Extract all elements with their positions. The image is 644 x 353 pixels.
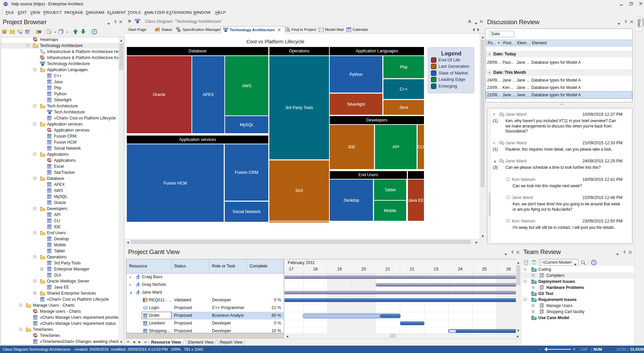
thread-post-header[interactable]: Jane Ward21/09/2015 12:33 PM [493,140,629,146]
tree-item-api[interactable]: API [1,212,118,218]
menu-element[interactable]: ELEMENT [107,8,126,17]
menu-help[interactable]: HELP [215,8,226,17]
group-collapse-icon[interactable] [488,71,490,73]
gantt-pin-icon[interactable] [511,250,515,254]
gantt-close-icon[interactable] [516,251,520,254]
treemap-block-php[interactable]: Php [383,56,424,78]
tab-scroll-right-icon[interactable] [477,28,480,32]
expand-expander[interactable]: + [532,286,535,289]
tree-item-java[interactable]: Java [1,79,118,85]
move-up-icon[interactable] [73,29,78,34]
tree-item-mobile[interactable]: Mobile [1,242,118,248]
discussion-row[interactable]: 22/09...Jane ...Jane ...Database types f… [486,92,632,98]
team-review-item-hardware-problems[interactable]: +Hardware Problems [522,285,634,291]
tree-item-gui[interactable]: GUI [1,272,118,278]
canvas-hscrollbar[interactable]: ◀ ▶ [125,239,485,244]
model-selector[interactable]: <Current Model> [540,259,578,266]
treemap-block-cli[interactable]: CLI [418,125,424,169]
status-toggle-cloud[interactable]: CLOUD [630,346,644,353]
expand-post-icon[interactable] [493,113,495,116]
gantt-column-role-or-task[interactable]: Role or Task [209,259,247,273]
gantt-row-login[interactable]: LoginProposedC++ Programmer21 % [126,304,284,312]
scroll-left-button[interactable]: ◀ [285,334,289,338]
tree-item-technology-architecture[interactable]: −Technology Architecture [1,43,118,49]
gantt-row-craig-bass[interactable]: Craig Bass [126,273,284,281]
collapse-expander[interactable]: − [524,280,527,283]
tree-item-tech-architecture[interactable]: Tech Architecture [1,109,118,115]
restore-button[interactable] [626,0,636,7]
tree-item-startracker[interactable]: StarTracker [1,169,118,175]
scroll-right-button[interactable]: ▶ [474,240,479,244]
treemap-block-silverlight[interactable]: Silverlight [330,94,382,115]
gantt-row-lineitem[interactable]: LineItemProposedDeveloper0 % [126,319,284,327]
column-header-elem[interactable]: Elem... [516,40,530,46]
team-review-item-coding[interactable]: −Coding [522,266,634,272]
treemap-block-tablet[interactable]: Tablet [374,180,406,200]
collapse-expander[interactable]: − [33,153,36,156]
tree-item-chart-cost-vs-platform-lifecycle[interactable]: «Chart» Cost vs Platform Lifecycle [1,115,118,121]
tree-item-oracle[interactable]: Oracle [1,200,118,206]
collapse-expander[interactable]: − [33,231,36,234]
gantt-row-shopping[interactable]: Shopping...ProposedDeveloper10 % [126,327,284,333]
collapse-expander[interactable]: − [33,280,36,283]
gantt-row-jane-ward[interactable]: Jane Ward [126,289,284,296]
project-tree-scrollbar[interactable]: ▲ ▼ [118,37,124,345]
column-header-post[interactable]: Post... [501,40,516,46]
expand-toolbar-icon[interactable] [127,19,131,23]
edit-notes-icon[interactable] [47,29,52,34]
treemap-block-ide[interactable]: IDE [330,125,374,169]
collapse-expander[interactable]: − [524,298,527,301]
zoom-slider-track[interactable] [544,349,571,350]
footer-tab-element-view[interactable]: Element View [186,339,216,346]
scroll-down-button[interactable]: ▼ [480,234,485,238]
find-in-browser-icon[interactable] [36,29,42,34]
dropdown-arrow-icon[interactable] [54,32,57,33]
zoom-in-button[interactable]: + [573,346,576,353]
zoom-out-button[interactable]: - [539,346,540,353]
tree-item-tech-architecture[interactable]: −Tech Architecture [1,103,118,109]
collapse-expander[interactable]: − [33,104,36,107]
treemap-block-api[interactable]: API [375,125,417,169]
close-window-button[interactable] [636,0,644,7]
treemap-block-fusion-hcm[interactable]: Fusion HCM [127,144,224,222]
search-icon[interactable] [581,260,586,265]
thread-reply-header[interactable]: Ken Nielsen18/09/2015 12:41 PM [506,177,629,182]
gantt-bar-task[interactable] [284,298,516,302]
collapse-expander[interactable]: − [19,328,22,331]
scroll-thumb[interactable] [119,43,123,70]
thread-reply-header[interactable]: Jane Ward22/09/2015 12:46 PM [506,195,629,200]
nav-prev-icon[interactable]: ◀ [133,340,135,344]
tree-item-application-services[interactable]: −Application services [1,121,118,127]
collapse-expander[interactable]: − [33,177,36,180]
menu-view[interactable]: VIEW [30,8,40,17]
tree-item-cli[interactable]: CLI [1,218,118,224]
tree-item-3rd-party-tools[interactable]: 3rd Party Tools [1,260,118,266]
tree-item-tablet[interactable]: Tablet [1,248,118,254]
gantt-hscrollbar[interactable]: ◀ ▶ [284,333,521,339]
column-header-po[interactable]: Po... [486,40,501,46]
tree-item-heatmaps[interactable]: Heatmaps [1,37,118,43]
tree-item-timeseries[interactable]: TimeSeries [1,333,118,339]
menu-file[interactable]: FILE [6,8,14,17]
expand-expander[interactable]: + [33,292,36,295]
tree-item-chart-cost-vs-platform-lifecycle[interactable]: «Chart» Cost vs Platform Lifecycle [1,296,118,302]
new-diagram-icon[interactable] [17,29,23,34]
expand-post-icon[interactable] [493,142,495,144]
tree-item-manage-users-charts[interactable]: −Manage Users - Charts [1,302,118,308]
discussion-row[interactable]: 23/09...Ken ...Jane ...Database types fo… [486,84,632,91]
treemap-block-apex[interactable]: APEX [192,56,224,133]
status-toggle-cap[interactable]: CAP [580,346,588,353]
collapse-expander[interactable]: − [33,68,36,71]
tree-item-excel[interactable]: Excel [1,163,118,169]
project-browser-menu-button[interactable] [107,21,110,26]
menu-tools[interactable]: TOOLS [127,8,141,17]
tab-start-page[interactable]: Start Page [125,26,149,34]
tab-specification-manager[interactable]: Specification Manager [174,26,223,34]
tree-item-social-network[interactable]: Social Network [1,145,118,151]
menu-package[interactable]: PACKAGE [64,8,83,17]
menu-analyzer[interactable]: ANALYZER [144,8,165,17]
scroll-down-button[interactable]: ▼ [119,339,124,344]
treemap-block-java[interactable]: Java [383,100,424,115]
new-element-icon[interactable] [25,29,31,34]
tree-item-desktop[interactable]: Desktop [1,236,118,242]
